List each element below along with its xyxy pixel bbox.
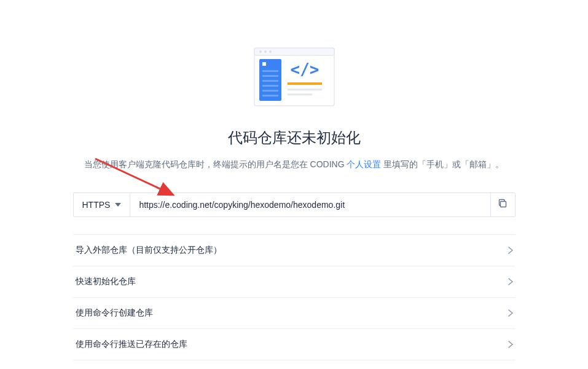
svg-rect-8 (262, 75, 278, 77)
svg-rect-16 (288, 93, 312, 95)
page-subtitle: 当您使用客户端克隆代码仓库时，终端提示的用户名是您在 CODING 个人设置 里… (84, 157, 504, 171)
copy-icon (498, 199, 508, 211)
caret-down-icon (115, 203, 121, 207)
clone-url-row: HTTPS (73, 192, 515, 217)
chevron-right-icon (508, 309, 513, 317)
clone-url-input[interactable] (130, 193, 490, 216)
option-cli-push[interactable]: 使用命令行推送已存在的仓库 (73, 329, 515, 360)
chevron-right-icon (508, 341, 513, 348)
empty-repo-illustration: </> (248, 43, 340, 111)
option-label: 使用命令行推送已存在的仓库 (76, 339, 187, 350)
svg-rect-12 (262, 95, 278, 97)
page-title: 代码仓库还未初始化 (228, 128, 361, 148)
option-quick-init[interactable]: 快速初始化仓库 (73, 266, 515, 298)
svg-rect-14 (288, 82, 322, 85)
option-cli-create[interactable]: 使用命令行创建仓库 (73, 298, 515, 329)
copy-button[interactable] (490, 193, 515, 216)
svg-point-4 (269, 50, 272, 53)
svg-rect-7 (262, 70, 278, 72)
personal-settings-link[interactable]: 个人设置 (347, 159, 381, 169)
option-label: 导入外部仓库（目前仅支持公开仓库） (76, 245, 222, 256)
protocol-label: HTTPS (82, 200, 111, 210)
svg-point-3 (264, 50, 267, 53)
option-label: 使用命令行创建仓库 (76, 308, 153, 319)
protocol-dropdown[interactable]: HTTPS (74, 193, 131, 216)
svg-rect-10 (262, 85, 278, 87)
svg-rect-17 (501, 202, 506, 207)
svg-rect-6 (262, 62, 266, 66)
subtitle-text-suffix: 里填写的「手机」或「邮箱」。 (381, 159, 504, 169)
option-label: 快速初始化仓库 (76, 276, 136, 287)
svg-point-2 (259, 50, 262, 53)
init-options-list: 导入外部仓库（目前仅支持公开仓库） 快速初始化仓库 使用命令行创建仓库 使用命令… (73, 234, 515, 360)
subtitle-text-prefix: 当您使用客户端克隆代码仓库时，终端提示的用户名是您在 CODING (84, 159, 347, 169)
option-import-external[interactable]: 导入外部仓库（目前仅支持公开仓库） (73, 235, 515, 266)
svg-rect-11 (262, 90, 278, 92)
svg-rect-15 (288, 89, 322, 90)
svg-text:</>: </> (290, 60, 319, 79)
chevron-right-icon (508, 278, 513, 285)
svg-rect-9 (262, 80, 278, 82)
chevron-right-icon (508, 247, 513, 254)
